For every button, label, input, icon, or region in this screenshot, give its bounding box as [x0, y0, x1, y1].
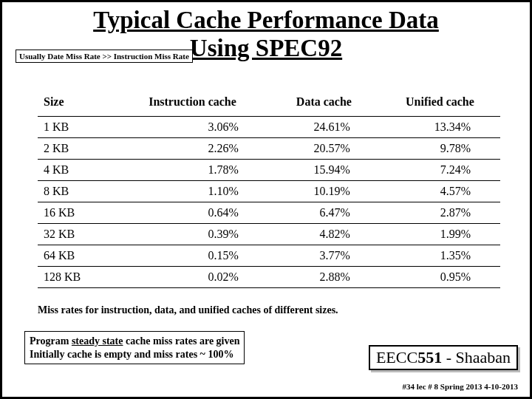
- table-container: Size Instruction cache Data cache Unifie…: [38, 91, 500, 288]
- cell-unified: 0.95%: [380, 266, 500, 287]
- cell-size: 64 KB: [38, 245, 117, 266]
- title-line-2: Using SPEC92: [190, 35, 342, 61]
- table-row: 32 KB 0.39% 4.82% 1.99%: [38, 223, 500, 245]
- table-row: 64 KB 0.15% 3.77% 1.35%: [38, 245, 500, 266]
- cell-data: 15.94%: [268, 159, 380, 180]
- cell-unified: 1.35%: [380, 245, 500, 266]
- footer-note-text-c: cache miss rates are given: [123, 335, 240, 347]
- course-box: EECC551 - Shaaban: [369, 345, 518, 370]
- cell-instr: 1.78%: [117, 159, 268, 180]
- table-header-row: Size Instruction cache Data cache Unifie…: [38, 91, 500, 117]
- table-caption: Miss rates for instruction, data, and un…: [38, 304, 530, 316]
- footer-note-steady: steady state: [72, 335, 123, 347]
- cell-instr: 0.64%: [117, 202, 268, 223]
- cell-data: 4.82%: [268, 223, 380, 245]
- cell-size: 8 KB: [38, 180, 117, 202]
- cell-size: 16 KB: [38, 202, 117, 223]
- cell-instr: 0.02%: [117, 266, 268, 287]
- cell-data: 2.88%: [268, 266, 380, 287]
- cell-instr: 0.39%: [117, 223, 268, 245]
- cell-size: 2 KB: [38, 137, 117, 159]
- cell-data: 3.77%: [268, 245, 380, 266]
- annotation-text: Usually Date Miss Rate >> Instruction Mi…: [19, 52, 189, 61]
- footer-note-text-a: Program: [30, 335, 72, 347]
- cell-size: 1 KB: [38, 116, 117, 137]
- annotation-box: Usually Date Miss Rate >> Instruction Mi…: [16, 50, 193, 63]
- course-author: - Shaaban: [442, 348, 511, 366]
- table-row: 4 KB 1.78% 15.94% 7.24%: [38, 159, 500, 180]
- cell-data: 6.47%: [268, 202, 380, 223]
- cell-unified: 4.57%: [380, 180, 500, 202]
- cell-size: 128 KB: [38, 266, 117, 287]
- title-line-1: Typical Cache Performance Data: [93, 7, 439, 33]
- col-unified: Unified cache: [380, 91, 500, 117]
- cell-unified: 13.34%: [380, 116, 500, 137]
- table-row: 2 KB 2.26% 20.57% 9.78%: [38, 137, 500, 159]
- cell-unified: 7.24%: [380, 159, 500, 180]
- cell-unified: 2.87%: [380, 202, 500, 223]
- table-row: 128 KB 0.02% 2.88% 0.95%: [38, 266, 500, 287]
- cell-data: 20.57%: [268, 137, 380, 159]
- cell-size: 32 KB: [38, 223, 117, 245]
- cell-instr: 2.26%: [117, 137, 268, 159]
- cell-data: 24.61%: [268, 116, 380, 137]
- table-row: 8 KB 1.10% 10.19% 4.57%: [38, 180, 500, 202]
- cell-size: 4 KB: [38, 159, 117, 180]
- cell-instr: 1.10%: [117, 180, 268, 202]
- col-size: Size: [38, 91, 117, 117]
- page-footer: #34 lec # 8 Spring 2013 4-10-2013: [403, 382, 518, 391]
- cell-instr: 3.06%: [117, 116, 268, 137]
- cell-instr: 0.15%: [117, 245, 268, 266]
- cache-table: Size Instruction cache Data cache Unifie…: [38, 91, 500, 288]
- table-row: 16 KB 0.64% 6.47% 2.87%: [38, 202, 500, 223]
- cell-unified: 9.78%: [380, 137, 500, 159]
- footer-note-box: Program steady state cache miss rates ar…: [24, 331, 245, 364]
- table-row: 1 KB 3.06% 24.61% 13.34%: [38, 116, 500, 137]
- footer-note-line2: Initially cache is empty and miss rates …: [30, 349, 233, 360]
- course-number: 551: [417, 348, 442, 366]
- col-data: Data cache: [268, 91, 380, 117]
- col-instr: Instruction cache: [117, 91, 268, 117]
- course-prefix: EECC: [376, 348, 417, 366]
- cell-unified: 1.99%: [380, 223, 500, 245]
- cell-data: 10.19%: [268, 180, 380, 202]
